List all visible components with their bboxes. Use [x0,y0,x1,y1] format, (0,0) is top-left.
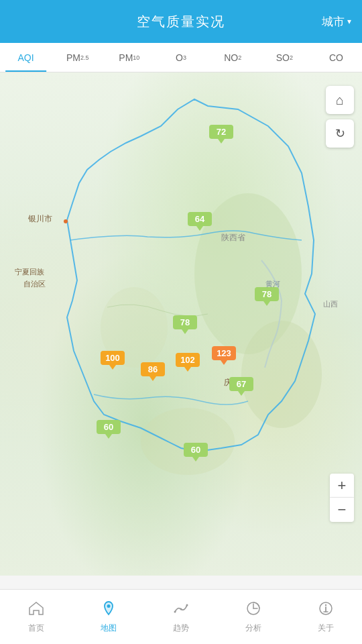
aqi-tail-60l [105,434,112,439]
aqi-value-60l: 60 [97,420,121,434]
zoom-controls: + − [330,474,354,522]
analysis-nav-icon [245,600,262,620]
chevron-down-icon: ▾ [347,17,351,26]
home-nav-icon [27,600,45,620]
tab-pm10[interactable]: PM10 [103,43,155,72]
aqi-tail-72 [218,139,225,144]
home-button[interactable]: ⌂ [326,86,354,114]
refresh-button[interactable]: ↻ [326,119,354,148]
nav-label-about: 关于 [318,623,334,634]
aqi-tail-78l [182,329,188,334]
aqi-tail-67 [238,391,245,396]
aqi-value-64: 64 [188,212,212,226]
aqi-tail-60c [192,457,199,462]
nav-item-home[interactable]: 首页 [0,590,72,644]
nav-item-about[interactable]: 关于 [290,590,362,644]
aqi-marker-60l: 60 [97,420,121,439]
city-label-ningxia1: 宁夏回族 [15,267,44,277]
tab-aqi[interactable]: AQI [0,43,52,72]
tab-bar: AQI PM2.5 PM10 O3 NO2 SO2 CO [0,43,362,72]
aqi-tail-123 [221,360,227,365]
map-container[interactable]: 银川市 宁夏回族 自治区 陕西省 山西 黄河 庆市 72 64 78 78 10… [0,72,362,576]
aqi-value-72: 72 [209,125,233,139]
nav-label-map: 地图 [101,623,117,634]
city-label-yinchuan: 银川市 [28,213,52,225]
aqi-marker-100: 100 [101,351,125,370]
city-selector[interactable]: 城市 ▾ [322,14,351,30]
tab-so2[interactable]: SO2 [259,43,310,72]
nav-item-trend[interactable]: 趋势 [145,590,217,644]
aqi-marker-67: 67 [229,377,253,396]
aqi-tail-100 [109,365,116,370]
svg-point-7 [186,604,188,606]
trend-nav-icon [172,600,190,620]
aqi-value-78l: 78 [173,315,197,329]
aqi-marker-86: 86 [141,362,165,381]
svg-point-5 [174,611,176,613]
aqi-marker-60c: 60 [184,443,208,462]
aqi-value-67: 67 [229,377,253,391]
page-title: 空气质量实况 [137,13,225,31]
aqi-value-60c: 60 [184,443,208,457]
aqi-tail-78r [263,301,270,306]
svg-point-4 [107,604,111,608]
aqi-marker-64: 64 [188,212,212,231]
map-nav-icon [100,600,117,620]
aqi-marker-72: 72 [209,125,233,144]
city-label-shanxi: 山西 [323,299,338,309]
aqi-value-78r: 78 [255,287,279,301]
tab-o3[interactable]: O3 [155,43,206,72]
city-label-ningxia2: 自治区 [23,279,46,289]
aqi-tail-102 [184,367,191,372]
aqi-marker-123: 123 [212,346,236,365]
bottom-nav: 首页 地图 趋势 [0,589,362,644]
nav-item-analysis[interactable]: 分析 [217,590,290,644]
city-dot-yinchuan [64,219,68,223]
zoom-out-button[interactable]: − [330,498,354,522]
tab-co[interactable]: CO [310,43,362,72]
aqi-value-100: 100 [101,351,125,365]
aqi-value-86: 86 [141,362,165,376]
aqi-tail-64 [196,226,203,231]
aqi-marker-78r: 78 [255,287,279,306]
tab-no2[interactable]: NO2 [207,43,259,72]
zoom-in-button[interactable]: + [330,474,354,498]
aqi-marker-78l: 78 [173,315,197,334]
city-label-shaanxi: 陕西省 [221,232,245,244]
aqi-value-102: 102 [176,353,200,367]
about-nav-icon [317,600,335,620]
city-label: 城市 [322,14,345,30]
nav-label-home: 首页 [28,623,44,634]
aqi-marker-102: 102 [176,353,200,372]
aqi-value-123: 123 [212,346,236,360]
nav-item-map[interactable]: 地图 [72,590,145,644]
header: 空气质量实况 城市 ▾ [0,0,362,43]
svg-point-12 [325,604,326,606]
svg-point-3 [141,408,235,475]
svg-point-6 [180,608,182,610]
nav-label-trend: 趋势 [173,623,189,634]
map-controls: ⌂ ↻ [326,86,354,148]
aqi-tail-86 [149,376,156,381]
nav-label-analysis: 分析 [245,623,261,634]
tab-pm25[interactable]: PM2.5 [52,43,103,72]
